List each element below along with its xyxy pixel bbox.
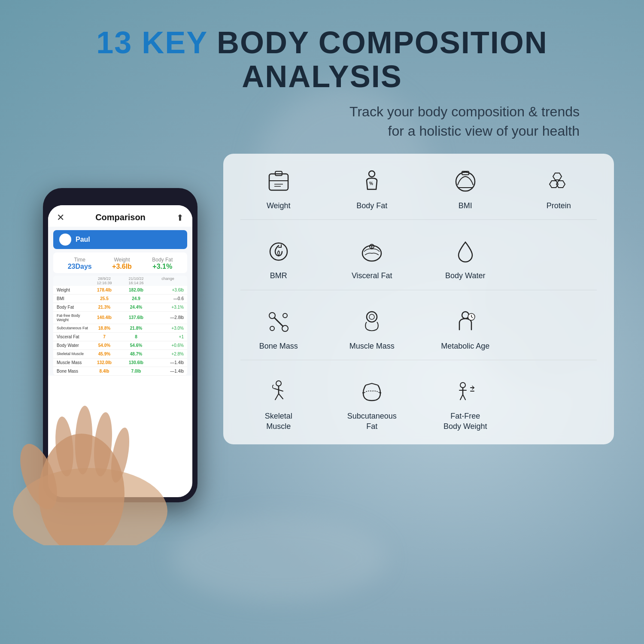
svg-point-27 bbox=[270, 326, 274, 331]
comp-item-weight: Weight bbox=[232, 167, 325, 211]
data-table: 28/9/22 12:16:39 21/10/22 16:14:26 chang… bbox=[53, 276, 187, 376]
comp-item-subcutaneous-fat: SubcutaneousFat bbox=[325, 377, 419, 431]
user-bar[interactable]: Paul bbox=[53, 230, 187, 249]
bone-mass-label: Bone Mass bbox=[259, 341, 298, 351]
date1-col: 28/9/22 12:16:39 bbox=[88, 276, 120, 285]
days-value: 23Days bbox=[68, 263, 92, 270]
fat-free-label: Fat-FreeBody Weight bbox=[444, 411, 487, 431]
bmr-icon bbox=[264, 237, 294, 267]
comp-item-empty2 bbox=[512, 307, 606, 351]
visceral-fat-label: Visceral Fat bbox=[352, 271, 392, 281]
bodyfat-change-value: +3.1% bbox=[152, 263, 173, 270]
bodyfat-label: Body Fat bbox=[152, 257, 173, 263]
subcutaneous-fat-label: SubcutaneousFat bbox=[347, 411, 397, 431]
divider-1 bbox=[240, 219, 597, 220]
summary-row: Time 23Days Weight +3.6lb Body Fat bbox=[53, 252, 187, 273]
body-fat-label: Body Fat bbox=[356, 201, 387, 211]
composition-grid: Weight % Body Fat bbox=[232, 167, 605, 431]
svg-point-35 bbox=[276, 381, 281, 386]
svg-point-30 bbox=[369, 314, 374, 319]
svg-line-46 bbox=[463, 395, 465, 400]
svg-line-28 bbox=[274, 318, 283, 326]
table-row: Skeletal Muscle 45.9% 48.7% +2.8% bbox=[53, 350, 187, 358]
weight-col: Weight +3.6lb bbox=[112, 257, 132, 270]
table-row: Muscle Mass 132.0lb 130.6lb —1.4lb bbox=[53, 358, 187, 367]
table-row: Visceral Fat 7 8 +1 bbox=[53, 333, 187, 341]
user-name-label: Paul bbox=[76, 236, 90, 243]
phone-notch bbox=[94, 193, 146, 205]
svg-line-38 bbox=[275, 394, 279, 400]
svg-point-12 bbox=[369, 171, 375, 177]
bmr-label: BMR bbox=[270, 271, 287, 281]
close-icon[interactable]: ✕ bbox=[57, 212, 64, 223]
comp-item-skeletal-muscle: SkeletalMuscle bbox=[232, 377, 325, 431]
svg-point-26 bbox=[283, 313, 287, 318]
table-row: Body Fat 21.3% 24.4% +3.1% bbox=[53, 303, 187, 312]
date-header-row: 28/9/22 12:16:39 21/10/22 16:14:26 chang… bbox=[53, 276, 187, 286]
weight-label: Weight bbox=[267, 201, 291, 211]
skeletal-muscle-icon bbox=[264, 377, 294, 407]
change-col-header: change bbox=[152, 276, 184, 285]
svg-rect-7 bbox=[269, 174, 288, 190]
bottom-area: ✕ Comparison ⬆ Paul Time bbox=[30, 154, 614, 502]
title-dark: BODY COMPOSITION ANALYSIS bbox=[207, 25, 548, 94]
table-row: BMI 25.5 24.9 —0.6 bbox=[53, 295, 187, 303]
phone-container: ✕ Comparison ⬆ Paul Time bbox=[30, 188, 210, 502]
comp-item-body-water: Body Water bbox=[419, 237, 512, 281]
muscle-mass-icon bbox=[357, 307, 387, 337]
weight-label: Weight bbox=[112, 257, 132, 263]
comp-item-bone-mass: Bone Mass bbox=[232, 307, 325, 351]
divider-3 bbox=[240, 360, 597, 360]
svg-point-29 bbox=[367, 312, 377, 322]
title-highlight: 13 KEY bbox=[96, 25, 207, 60]
svg-point-42 bbox=[460, 383, 465, 388]
metabolic-age-label: Metabolic Age bbox=[441, 341, 489, 351]
subcutaneous-fat-icon bbox=[357, 377, 387, 407]
skeletal-muscle-label: SkeletalMuscle bbox=[265, 411, 292, 431]
composition-panel: Weight % Body Fat bbox=[223, 154, 614, 444]
svg-marker-17 bbox=[553, 173, 562, 180]
comp-item-empty3 bbox=[512, 377, 606, 431]
main-content: 13 KEY BODY COMPOSITION ANALYSIS Track y… bbox=[0, 0, 644, 644]
table-row: Subcutaneous Fat 18.8% 21.8% +3.0% bbox=[53, 324, 187, 333]
body-fat-icon: % bbox=[357, 167, 387, 197]
main-title: 13 KEY BODY COMPOSITION ANALYSIS bbox=[30, 26, 614, 94]
blank-col bbox=[57, 276, 88, 285]
app-title: Comparison bbox=[95, 213, 146, 222]
app-screen: ✕ Comparison ⬆ Paul Time bbox=[48, 205, 192, 376]
comp-item-muscle-mass: Muscle Mass bbox=[325, 307, 419, 351]
comp-item-bmi: BMI bbox=[419, 167, 512, 211]
body-water-label: Body Water bbox=[445, 271, 485, 281]
body-water-icon bbox=[450, 237, 480, 267]
svg-text:%: % bbox=[369, 181, 373, 186]
page-header: 13 KEY BODY COMPOSITION ANALYSIS Track y… bbox=[30, 26, 614, 141]
protein-icon bbox=[544, 167, 574, 197]
muscle-mass-label: Muscle Mass bbox=[349, 341, 395, 351]
visceral-fat-icon bbox=[357, 237, 387, 267]
protein-label: Protein bbox=[547, 201, 571, 211]
hand-image bbox=[4, 374, 210, 545]
bmi-icon bbox=[450, 167, 480, 197]
time-col: Time 23Days bbox=[68, 257, 92, 270]
bodyfat-col: Body Fat +3.1% bbox=[152, 257, 173, 270]
table-row: Weight 178.4lb 182.0lb +3.6lb bbox=[53, 286, 187, 295]
fat-free-icon bbox=[450, 377, 480, 407]
avatar bbox=[59, 234, 71, 246]
svg-line-45 bbox=[460, 395, 463, 400]
weight-change-value: +3.6lb bbox=[112, 263, 132, 270]
comp-item-body-fat: % Body Fat bbox=[325, 167, 419, 211]
table-row: Body Water 54.0% 54.6% +0.6% bbox=[53, 341, 187, 350]
comp-item-empty bbox=[512, 237, 606, 281]
divider-2 bbox=[240, 290, 597, 290]
bone-mass-icon bbox=[264, 307, 294, 337]
comp-item-bmr: BMR bbox=[232, 237, 325, 281]
subtitle: Track your body composition & trends for… bbox=[30, 102, 614, 141]
weight-icon bbox=[264, 167, 294, 197]
table-row: Fat-free Body Weight 140.4lb 137.6lb —2.… bbox=[53, 312, 187, 324]
comp-item-fat-free: Fat-FreeBody Weight bbox=[419, 377, 512, 431]
metabolic-age-icon bbox=[450, 307, 480, 337]
share-icon[interactable]: ⬆ bbox=[176, 213, 184, 223]
date2-col: 21/10/22 16:14:26 bbox=[120, 276, 152, 285]
app-header: ✕ Comparison ⬆ bbox=[48, 205, 192, 227]
time-label: Time bbox=[68, 257, 92, 263]
